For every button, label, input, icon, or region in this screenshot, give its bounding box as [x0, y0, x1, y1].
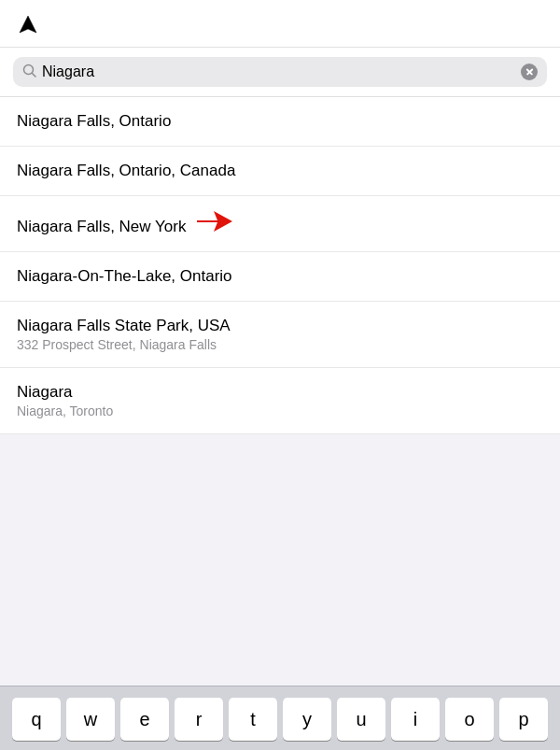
result-text-wrap: Niagara Falls, Ontario, Canada	[17, 162, 543, 180]
result-text-wrap: Niagara Falls, Ontario	[17, 112, 543, 131]
result-text-wrap: NiagaraNiagara, Toronto	[17, 383, 543, 418]
list-item[interactable]: Niagara-On-The-Lake, Ontario	[0, 252, 560, 302]
svg-marker-0	[20, 16, 36, 33]
key-i[interactable]: i	[391, 698, 440, 741]
result-primary-text: Niagara	[17, 383, 73, 401]
clear-button[interactable]	[521, 64, 538, 80]
key-u[interactable]: u	[337, 698, 385, 741]
header-right	[478, 16, 543, 33]
key-o[interactable]: o	[445, 698, 494, 741]
header-left	[17, 13, 54, 35]
search-icon	[22, 64, 36, 80]
search-bar-container	[0, 48, 560, 97]
list-item[interactable]: Niagara Falls, Ontario, Canada	[0, 147, 560, 196]
keyboard-row-1: qwertyuiop	[6, 698, 554, 741]
result-primary-text: Niagara Falls, New York	[17, 218, 232, 235]
key-w[interactable]: w	[66, 698, 115, 741]
key-q[interactable]: q	[12, 698, 61, 741]
key-t[interactable]: t	[229, 698, 277, 741]
list-item[interactable]: NiagaraNiagara, Toronto	[0, 368, 560, 434]
result-primary-text: Niagara Falls, Ontario, Canada	[17, 162, 235, 179]
result-text-wrap: Niagara Falls State Park, USA332 Prospec…	[17, 317, 543, 352]
list-item[interactable]: Niagara Falls, New York	[0, 196, 560, 252]
result-secondary-text: Niagara, Toronto	[17, 403, 543, 418]
key-r[interactable]: r	[175, 698, 223, 741]
svg-line-2	[33, 74, 36, 78]
navigation-icon	[17, 13, 39, 35]
results-list: Niagara Falls, OntarioNiagara Falls, Ont…	[0, 97, 560, 434]
keyboard: qwertyuiop	[0, 686, 560, 750]
header	[0, 0, 560, 48]
key-p[interactable]: p	[499, 698, 548, 741]
key-e[interactable]: e	[120, 698, 169, 741]
red-arrow-icon	[197, 211, 232, 232]
result-primary-text: Niagara-On-The-Lake, Ontario	[17, 267, 232, 285]
search-input[interactable]	[42, 64, 515, 80]
svg-marker-3	[197, 211, 232, 232]
key-y[interactable]: y	[283, 698, 331, 741]
result-text-wrap: Niagara-On-The-Lake, Ontario	[17, 267, 543, 286]
result-primary-text: Niagara Falls, Ontario	[17, 112, 171, 130]
search-bar	[13, 57, 547, 87]
list-item[interactable]: Niagara Falls, Ontario	[0, 97, 560, 147]
result-primary-text: Niagara Falls State Park, USA	[17, 317, 231, 334]
result-text-wrap: Niagara Falls, New York	[17, 211, 543, 236]
list-item[interactable]: Niagara Falls State Park, USA332 Prospec…	[0, 302, 560, 368]
result-secondary-text: 332 Prospect Street, Niagara Falls	[17, 337, 543, 352]
